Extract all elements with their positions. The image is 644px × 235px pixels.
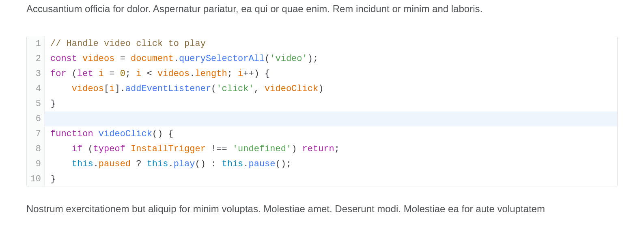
code-block: 1// Handle video click to play2const vid…	[26, 36, 618, 187]
line-number: 2	[27, 51, 45, 66]
code-line: 2const videos = document.querySelectorAl…	[27, 51, 617, 66]
code-content: videos[i].addEventListener('click', vide…	[45, 81, 323, 96]
code-content: for (let i = 0; i < videos.length; i++) …	[45, 66, 270, 81]
code-content: this.paused ? this.play() : this.pause()…	[45, 157, 291, 172]
code-line: 3for (let i = 0; i < videos.length; i++)…	[27, 66, 617, 81]
line-number: 10	[27, 172, 45, 187]
code-content: function videoClick() {	[45, 126, 174, 141]
line-number: 1	[27, 36, 45, 51]
code-content: }	[45, 96, 56, 111]
code-line: 9 this.paused ? this.play() : this.pause…	[27, 157, 617, 172]
paragraph-bottom: Nostrum exercitationem but aliquip for m…	[26, 202, 618, 216]
line-number: 3	[27, 66, 45, 81]
line-number: 4	[27, 81, 45, 96]
code-content	[45, 111, 56, 126]
code-content: if (typeof InstallTrigger !== 'undefined…	[45, 141, 340, 157]
line-number: 5	[27, 96, 45, 111]
code-line: 6	[27, 111, 617, 126]
line-number: 6	[27, 111, 45, 126]
code-content: // Handle video click to play	[45, 36, 206, 51]
code-line: 7function videoClick() {	[27, 126, 617, 141]
code-line: 5}	[27, 96, 617, 111]
code-line: 1// Handle video click to play	[27, 36, 617, 51]
code-content: const videos = document.querySelectorAll…	[45, 51, 318, 66]
line-number: 9	[27, 157, 45, 172]
line-number: 7	[27, 126, 45, 141]
code-line: 10}	[27, 172, 617, 187]
code-content: }	[45, 172, 56, 187]
paragraph-top: Accusantium officia for dolor. Aspernatu…	[26, 2, 618, 16]
code-line: 4 videos[i].addEventListener('click', vi…	[27, 81, 617, 96]
code-line: 8 if (typeof InstallTrigger !== 'undefin…	[27, 141, 617, 157]
line-number: 8	[27, 141, 45, 157]
